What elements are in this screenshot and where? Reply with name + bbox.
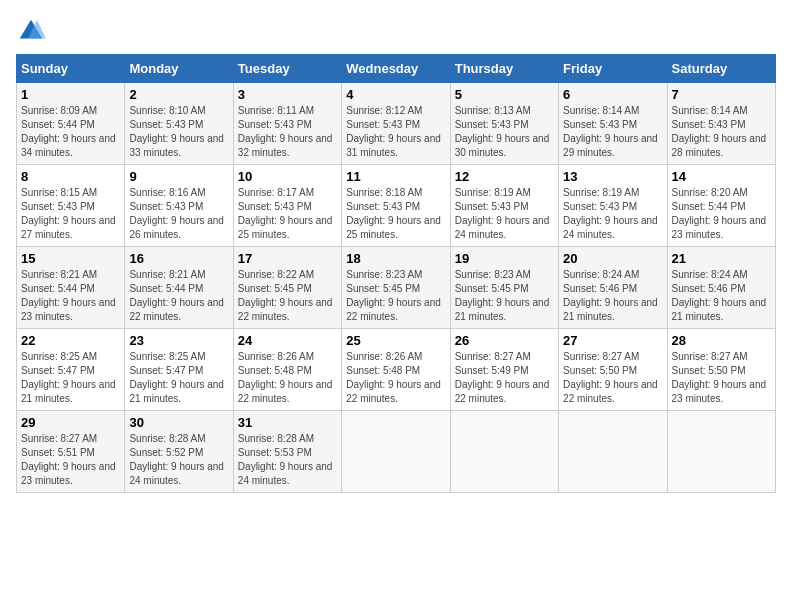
calendar-table: SundayMondayTuesdayWednesdayThursdayFrid… [16, 54, 776, 493]
day-info: Sunrise: 8:12 AMSunset: 5:43 PMDaylight:… [346, 104, 445, 160]
calendar-week-row: 29Sunrise: 8:27 AMSunset: 5:51 PMDayligh… [17, 411, 776, 493]
day-info: Sunrise: 8:19 AMSunset: 5:43 PMDaylight:… [455, 186, 554, 242]
calendar-cell: 13Sunrise: 8:19 AMSunset: 5:43 PMDayligh… [559, 165, 667, 247]
day-info: Sunrise: 8:27 AMSunset: 5:50 PMDaylight:… [563, 350, 662, 406]
calendar-header-row: SundayMondayTuesdayWednesdayThursdayFrid… [17, 55, 776, 83]
calendar-cell: 3Sunrise: 8:11 AMSunset: 5:43 PMDaylight… [233, 83, 341, 165]
weekday-header: Monday [125, 55, 233, 83]
day-number: 12 [455, 169, 554, 184]
day-number: 29 [21, 415, 120, 430]
day-number: 26 [455, 333, 554, 348]
weekday-header: Tuesday [233, 55, 341, 83]
day-number: 8 [21, 169, 120, 184]
calendar-cell: 26Sunrise: 8:27 AMSunset: 5:49 PMDayligh… [450, 329, 558, 411]
logo-icon [16, 16, 46, 46]
day-info: Sunrise: 8:22 AMSunset: 5:45 PMDaylight:… [238, 268, 337, 324]
day-info: Sunrise: 8:25 AMSunset: 5:47 PMDaylight:… [129, 350, 228, 406]
day-number: 21 [672, 251, 771, 266]
day-number: 22 [21, 333, 120, 348]
day-number: 17 [238, 251, 337, 266]
weekday-header: Thursday [450, 55, 558, 83]
day-number: 20 [563, 251, 662, 266]
calendar-cell: 6Sunrise: 8:14 AMSunset: 5:43 PMDaylight… [559, 83, 667, 165]
day-number: 7 [672, 87, 771, 102]
calendar-cell [342, 411, 450, 493]
calendar-cell: 23Sunrise: 8:25 AMSunset: 5:47 PMDayligh… [125, 329, 233, 411]
day-info: Sunrise: 8:15 AMSunset: 5:43 PMDaylight:… [21, 186, 120, 242]
calendar-cell: 10Sunrise: 8:17 AMSunset: 5:43 PMDayligh… [233, 165, 341, 247]
calendar-cell: 30Sunrise: 8:28 AMSunset: 5:52 PMDayligh… [125, 411, 233, 493]
day-info: Sunrise: 8:10 AMSunset: 5:43 PMDaylight:… [129, 104, 228, 160]
calendar-cell [559, 411, 667, 493]
day-info: Sunrise: 8:09 AMSunset: 5:44 PMDaylight:… [21, 104, 120, 160]
day-number: 13 [563, 169, 662, 184]
day-number: 28 [672, 333, 771, 348]
day-info: Sunrise: 8:21 AMSunset: 5:44 PMDaylight:… [21, 268, 120, 324]
weekday-header: Saturday [667, 55, 775, 83]
day-info: Sunrise: 8:20 AMSunset: 5:44 PMDaylight:… [672, 186, 771, 242]
day-info: Sunrise: 8:26 AMSunset: 5:48 PMDaylight:… [238, 350, 337, 406]
logo [16, 16, 50, 46]
day-number: 2 [129, 87, 228, 102]
calendar-week-row: 1Sunrise: 8:09 AMSunset: 5:44 PMDaylight… [17, 83, 776, 165]
day-number: 4 [346, 87, 445, 102]
page-header [16, 16, 776, 46]
day-info: Sunrise: 8:11 AMSunset: 5:43 PMDaylight:… [238, 104, 337, 160]
day-number: 14 [672, 169, 771, 184]
calendar-cell: 11Sunrise: 8:18 AMSunset: 5:43 PMDayligh… [342, 165, 450, 247]
calendar-cell: 18Sunrise: 8:23 AMSunset: 5:45 PMDayligh… [342, 247, 450, 329]
calendar-cell: 1Sunrise: 8:09 AMSunset: 5:44 PMDaylight… [17, 83, 125, 165]
calendar-cell [667, 411, 775, 493]
day-number: 16 [129, 251, 228, 266]
calendar-cell: 2Sunrise: 8:10 AMSunset: 5:43 PMDaylight… [125, 83, 233, 165]
day-info: Sunrise: 8:17 AMSunset: 5:43 PMDaylight:… [238, 186, 337, 242]
day-info: Sunrise: 8:19 AMSunset: 5:43 PMDaylight:… [563, 186, 662, 242]
day-info: Sunrise: 8:14 AMSunset: 5:43 PMDaylight:… [563, 104, 662, 160]
day-number: 18 [346, 251, 445, 266]
day-number: 30 [129, 415, 228, 430]
day-info: Sunrise: 8:23 AMSunset: 5:45 PMDaylight:… [346, 268, 445, 324]
day-info: Sunrise: 8:21 AMSunset: 5:44 PMDaylight:… [129, 268, 228, 324]
calendar-cell: 19Sunrise: 8:23 AMSunset: 5:45 PMDayligh… [450, 247, 558, 329]
calendar-cell: 5Sunrise: 8:13 AMSunset: 5:43 PMDaylight… [450, 83, 558, 165]
day-number: 10 [238, 169, 337, 184]
day-number: 19 [455, 251, 554, 266]
day-number: 6 [563, 87, 662, 102]
calendar-cell: 17Sunrise: 8:22 AMSunset: 5:45 PMDayligh… [233, 247, 341, 329]
day-number: 15 [21, 251, 120, 266]
day-info: Sunrise: 8:23 AMSunset: 5:45 PMDaylight:… [455, 268, 554, 324]
calendar-cell: 25Sunrise: 8:26 AMSunset: 5:48 PMDayligh… [342, 329, 450, 411]
calendar-cell: 16Sunrise: 8:21 AMSunset: 5:44 PMDayligh… [125, 247, 233, 329]
calendar-cell: 4Sunrise: 8:12 AMSunset: 5:43 PMDaylight… [342, 83, 450, 165]
day-info: Sunrise: 8:28 AMSunset: 5:52 PMDaylight:… [129, 432, 228, 488]
day-info: Sunrise: 8:18 AMSunset: 5:43 PMDaylight:… [346, 186, 445, 242]
day-number: 24 [238, 333, 337, 348]
day-info: Sunrise: 8:28 AMSunset: 5:53 PMDaylight:… [238, 432, 337, 488]
day-number: 3 [238, 87, 337, 102]
day-number: 27 [563, 333, 662, 348]
calendar-cell: 9Sunrise: 8:16 AMSunset: 5:43 PMDaylight… [125, 165, 233, 247]
calendar-cell [450, 411, 558, 493]
day-info: Sunrise: 8:24 AMSunset: 5:46 PMDaylight:… [672, 268, 771, 324]
calendar-cell: 29Sunrise: 8:27 AMSunset: 5:51 PMDayligh… [17, 411, 125, 493]
day-number: 1 [21, 87, 120, 102]
calendar-cell: 24Sunrise: 8:26 AMSunset: 5:48 PMDayligh… [233, 329, 341, 411]
weekday-header: Wednesday [342, 55, 450, 83]
calendar-cell: 7Sunrise: 8:14 AMSunset: 5:43 PMDaylight… [667, 83, 775, 165]
calendar-cell: 8Sunrise: 8:15 AMSunset: 5:43 PMDaylight… [17, 165, 125, 247]
weekday-header: Sunday [17, 55, 125, 83]
day-info: Sunrise: 8:27 AMSunset: 5:51 PMDaylight:… [21, 432, 120, 488]
day-info: Sunrise: 8:26 AMSunset: 5:48 PMDaylight:… [346, 350, 445, 406]
weekday-header: Friday [559, 55, 667, 83]
day-info: Sunrise: 8:14 AMSunset: 5:43 PMDaylight:… [672, 104, 771, 160]
day-info: Sunrise: 8:25 AMSunset: 5:47 PMDaylight:… [21, 350, 120, 406]
day-number: 11 [346, 169, 445, 184]
day-number: 9 [129, 169, 228, 184]
calendar-cell: 27Sunrise: 8:27 AMSunset: 5:50 PMDayligh… [559, 329, 667, 411]
calendar-week-row: 22Sunrise: 8:25 AMSunset: 5:47 PMDayligh… [17, 329, 776, 411]
calendar-cell: 21Sunrise: 8:24 AMSunset: 5:46 PMDayligh… [667, 247, 775, 329]
day-info: Sunrise: 8:13 AMSunset: 5:43 PMDaylight:… [455, 104, 554, 160]
calendar-cell: 31Sunrise: 8:28 AMSunset: 5:53 PMDayligh… [233, 411, 341, 493]
calendar-week-row: 15Sunrise: 8:21 AMSunset: 5:44 PMDayligh… [17, 247, 776, 329]
calendar-cell: 20Sunrise: 8:24 AMSunset: 5:46 PMDayligh… [559, 247, 667, 329]
